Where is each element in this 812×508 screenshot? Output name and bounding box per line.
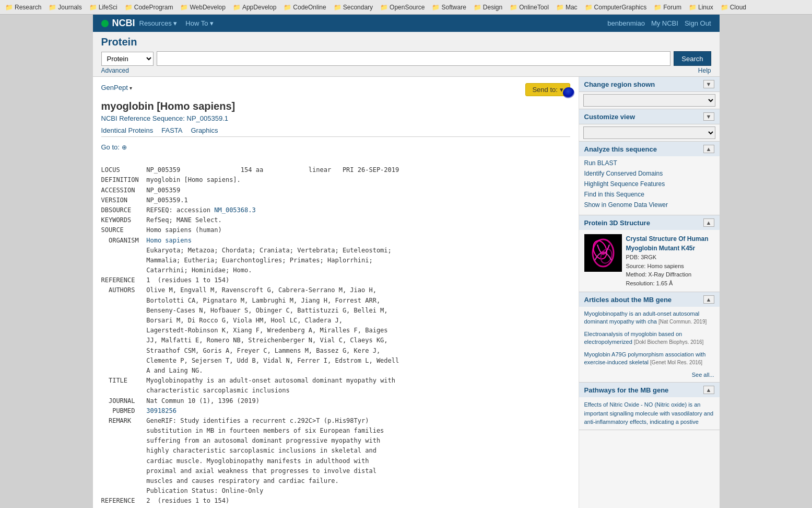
ncbi-user-links: benbenmiao My NCBI Sign Out (607, 19, 711, 27)
change-region-collapse-btn[interactable]: ▼ (703, 80, 714, 88)
reference1-authors-label: AUTHORS Olive M, Engvall M, Ravenscroft … (101, 286, 399, 374)
tab-graphics[interactable]: Graphics (191, 126, 218, 134)
protein3d-image[interactable] (584, 234, 622, 272)
bookmark-cloud[interactable]: 📁 Cloud (717, 3, 749, 12)
analyze-collapse-btn[interactable]: ▲ (703, 145, 714, 153)
nm-accession-link[interactable]: NM_005368.3 (214, 206, 255, 214)
change-region-select[interactable] (583, 94, 715, 107)
bookmark-appdevelop[interactable]: 📁 AppDevelop (230, 3, 279, 12)
sign-out-link[interactable]: Sign Out (685, 19, 711, 27)
articles-header[interactable]: Articles about the MB gene ▲ (579, 292, 720, 307)
pathways-link[interactable]: Effects of Nitric Oxide - NO (Nitric oxi… (584, 401, 714, 425)
customize-view-select[interactable] (583, 126, 715, 139)
customize-view-section: Customize view ▼ (579, 109, 720, 142)
bookmark-software[interactable]: 📁 Software (429, 3, 469, 12)
record-subtitle: NCBI Reference Sequence: NP_005359.1 (101, 114, 570, 122)
organism-link[interactable]: Homo sapiens (146, 237, 192, 244)
tab-identical-label: Identical Proteins (101, 126, 154, 134)
show-genome-label: Show in Genome Data Viewer (584, 201, 668, 209)
send-to-dropdown-icon: ▾ (560, 86, 563, 94)
change-region-header[interactable]: Change region shown ▼ (579, 77, 720, 92)
search-input[interactable] (157, 51, 671, 66)
change-region-section: Change region shown ▼ (579, 77, 720, 109)
bookmark-secondary[interactable]: 📁 Secondary (331, 3, 376, 12)
article-source-1: [Nat Commun. 2019] (658, 319, 707, 325)
pubmed-link-1[interactable]: 30918256 (146, 407, 176, 414)
protein3d-collapse-btn[interactable]: ▲ (703, 218, 714, 227)
ncbi-logo-icon (101, 20, 109, 27)
folder-icon: 📁 (689, 4, 697, 11)
bookmark-onlinetool[interactable]: 📁 OnlineTool (507, 3, 552, 12)
identify-domains-link[interactable]: Identify Conserved Domains (584, 170, 714, 177)
go-to-dropdown-icon: ⊕ (122, 144, 127, 151)
highlight-features-link[interactable]: Highlight Sequence Features (584, 180, 714, 188)
search-db-select[interactable]: Protein (101, 52, 154, 66)
folder-icon: 📁 (89, 4, 97, 11)
analyze-header[interactable]: Analyze this sequence ▲ (579, 142, 720, 156)
customize-view-wrapper (579, 124, 720, 141)
run-blast-link[interactable]: Run BLAST (584, 159, 714, 167)
tab-fasta-label: FASTA (161, 126, 182, 134)
tab-fasta[interactable]: FASTA (161, 126, 182, 134)
reference1-title-label: TITLE Myoglobinopathy is an adult-onset … (101, 377, 396, 394)
bookmark-forum[interactable]: 📁 Forum (651, 3, 685, 12)
bookmark-design[interactable]: 📁 Design (470, 3, 505, 12)
customize-view-header[interactable]: Customize view ▼ (579, 109, 720, 124)
find-in-sequence-link[interactable]: Find in this Sequence (584, 191, 714, 198)
search-button[interactable]: Search (674, 51, 711, 66)
reference1-remark-label: REMARK GeneRIF: Study identifies a recur… (101, 417, 384, 494)
bookmark-webdevelop[interactable]: 📁 WebDevelop (177, 3, 228, 12)
genpept-label: GenPept (101, 84, 128, 91)
go-to-link[interactable]: Go to: (101, 143, 122, 151)
user-link[interactable]: benbenmiao (607, 19, 645, 27)
see-all-link[interactable]: See all... (584, 371, 714, 379)
articles-content: Myoglobinopathy is an adult-onset autoso… (579, 307, 720, 382)
bookmark-journals[interactable]: 📁 Journals (45, 3, 85, 12)
pathways-collapse-btn[interactable]: ▲ (703, 386, 714, 394)
bookmark-research[interactable]: 📁 Research (2, 3, 44, 12)
right-sidebar: Change region shown ▼ Customize view ▼ (579, 77, 720, 508)
advanced-search-link[interactable]: Advanced (101, 67, 129, 74)
resources-link[interactable]: Resources ▾ (139, 19, 178, 27)
bookmark-opensource[interactable]: 📁 OpenSource (377, 3, 428, 12)
protein3d-header[interactable]: Protein 3D Structure ▲ (579, 215, 720, 230)
bookmark-label: Secondary (343, 4, 373, 11)
show-genome-link[interactable]: Show in Genome Data Viewer (584, 201, 714, 209)
customize-view-collapse-btn[interactable]: ▼ (703, 112, 714, 121)
bookmark-codeprogram[interactable]: 📁 CodeProgram (122, 3, 176, 12)
ncbi-logo[interactable]: NCBI (101, 18, 135, 29)
ncbi-nav: Resources ▾ How To ▾ (139, 19, 214, 27)
articles-collapse-btn[interactable]: ▲ (703, 295, 714, 304)
help-link[interactable]: Help (698, 67, 711, 74)
bookmark-label: Cloud (730, 4, 746, 11)
protein3d-method: Method: X-Ray Diffraction (626, 270, 714, 279)
tab-identical[interactable]: Identical Proteins (101, 126, 154, 134)
reference1-title: Myoglobinopathy is an adult-onset autoso… (101, 377, 396, 394)
protein3d-title-link[interactable]: Crystal Structure Of Human Myoglobin Mut… (626, 235, 709, 252)
bookmark-mac[interactable]: 📁 Mac (553, 3, 581, 12)
bookmark-linux[interactable]: 📁 Linux (686, 3, 716, 12)
main-content: GenPept ▾ Send to: ▾ myoglobin [Homo sap… (93, 77, 720, 508)
go-to-label: Go to: (101, 143, 120, 151)
sequence-record: LOCUS NP_005359 154 aa linear PRI 26-SEP… (101, 155, 570, 508)
folder-icon: 📁 (474, 4, 481, 11)
search-help-row: Advanced Help (101, 67, 711, 74)
pathways-header[interactable]: Pathways for the MB gene ▲ (579, 383, 720, 397)
bookmark-computergraphics[interactable]: 📁 ComputerGraphics (582, 3, 650, 12)
refseq-label: NCBI Reference Sequence: (101, 114, 185, 122)
genpept-link[interactable]: GenPept (101, 84, 130, 91)
accession-link[interactable]: NP_005359.1 (187, 114, 229, 122)
left-content: GenPept ▾ Send to: ▾ myoglobin [Homo sap… (93, 77, 579, 508)
bookmark-lifesci[interactable]: 📁 LifeSci (86, 3, 121, 12)
bookmark-codeonline[interactable]: 📁 CodeOnline (280, 3, 329, 12)
my-ncbi-link[interactable]: My NCBI (651, 19, 678, 27)
advanced-label: Advanced (101, 67, 129, 74)
reference2-ref: REFERENCE 2 (residues 1 to 154) (101, 497, 230, 504)
folder-icon: 📁 (432, 4, 440, 11)
how-to-link[interactable]: How To ▾ (185, 19, 214, 27)
accession-text: NP_005359.1 (187, 114, 229, 122)
find-in-sequence-label: Find in this Sequence (584, 191, 644, 198)
send-to-button[interactable]: Send to: ▾ (525, 83, 570, 96)
bookmark-label: Mac (566, 4, 578, 11)
protein3d-title-text: Crystal Structure Of Human Myoglobin Mut… (626, 235, 709, 252)
